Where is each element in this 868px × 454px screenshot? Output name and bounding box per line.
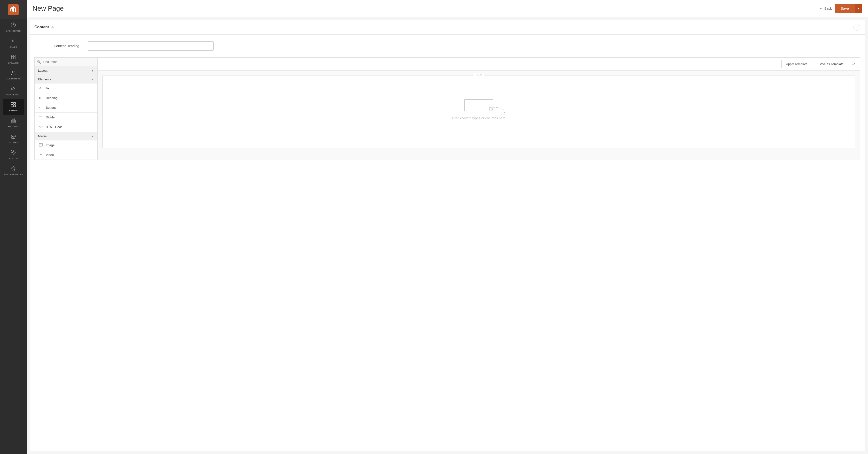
drop-hint-text: Drag content types or columns here (452, 116, 506, 120)
svg-text:H: H (39, 96, 41, 99)
sidebar-item-sales[interactable]: $ SALES (3, 35, 24, 51)
sidebar-item-catalog[interactable]: CATALOG (3, 51, 24, 67)
apply-template-button[interactable]: Apply Template (781, 60, 812, 68)
panel-section-media: Media ▲ Image Video (35, 132, 97, 160)
panel-sections: Layout ▼Elements ▲A TextH Heading Button… (35, 66, 97, 160)
svg-rect-3 (11, 55, 13, 57)
find-items-input[interactable] (43, 60, 95, 64)
panel-item-label: Text (46, 87, 52, 90)
content-heading-label: Content Heading (54, 44, 83, 48)
text-icon: A (38, 86, 43, 91)
fullscreen-button[interactable]: ⤢ (850, 61, 857, 67)
sidebar-item-label: MARKETING (6, 94, 20, 96)
panel-item-buttons[interactable]: Buttons (35, 103, 97, 112)
content-heading-input[interactable] (88, 41, 214, 51)
panel-section-label: Elements (38, 77, 51, 81)
panel-item-divider[interactable]: Divider (35, 112, 97, 122)
image-icon (38, 143, 43, 148)
drag-arrow-icon (493, 106, 507, 116)
panel-section-header-media[interactable]: Media ▲ (35, 132, 97, 140)
page-builder-container: 🔍 Layout ▼Elements ▲A TextH Heading Butt… (34, 57, 860, 160)
sidebar-item-system[interactable]: SYSTEM (3, 147, 24, 163)
panel-item-heading[interactable]: H Heading (35, 93, 97, 103)
sidebar-item-label: STORES (8, 141, 18, 144)
save-dropdown-button[interactable]: ▾ (855, 4, 862, 13)
drop-area[interactable]: ☞ Drag content types or columns here (103, 76, 855, 143)
search-icon: 🔍 (37, 60, 41, 64)
sidebar-item-partners[interactable]: FIND PARTNERS (3, 163, 24, 179)
sidebar-item-marketing[interactable]: MARKETING (3, 83, 24, 99)
panel-item-text[interactable]: A Text (35, 84, 97, 93)
chevron-down-icon: ▼ (91, 69, 94, 72)
svg-text:$: $ (12, 39, 14, 43)
content-heading-row: Content Heading (30, 35, 865, 57)
top-header: New Page ← Back Save ▾ (27, 0, 868, 17)
sidebar-item-label: CUSTOMERS (6, 77, 21, 80)
section-title: Content (34, 25, 49, 29)
left-panel: 🔍 Layout ▼Elements ▲A TextH Heading Butt… (35, 58, 98, 160)
svg-rect-5 (11, 57, 13, 59)
heading-icon: H (38, 96, 43, 100)
panel-section-elements: Elements ▲A TextH Heading Buttons Divide… (35, 75, 97, 132)
svg-rect-26 (39, 143, 42, 146)
sidebar-item-stores[interactable]: STORES (3, 131, 24, 147)
panel-section-header-layout[interactable]: Layout ▼ (35, 66, 97, 75)
sidebar-item-label: CATALOG (8, 62, 19, 64)
svg-rect-4 (13, 55, 15, 57)
svg-rect-17 (13, 137, 14, 138)
catalog-icon (11, 54, 16, 61)
drag-element: ☞ (464, 99, 493, 111)
edit-icon[interactable]: ✏ (51, 25, 54, 29)
panel-item-html-code[interactable]: </> HTML Code (35, 122, 97, 132)
save-button[interactable]: Save (835, 4, 855, 13)
marketing-icon (11, 86, 16, 93)
collapse-button[interactable]: ⌃ (854, 24, 860, 31)
panel-item-image[interactable]: Image (35, 140, 97, 150)
partners-icon (11, 166, 16, 172)
row-container: ROW ☞ Drag content types or columns here (102, 75, 855, 148)
svg-marker-28 (40, 153, 42, 156)
sidebar-item-reports[interactable]: REPORTS (3, 115, 24, 131)
chevron-up-icon: ▲ (91, 135, 94, 138)
panel-item-label: Buttons (46, 106, 56, 109)
svg-text:A: A (39, 86, 41, 90)
svg-rect-10 (11, 105, 13, 107)
svg-rect-12 (11, 120, 12, 123)
panel-item-label: HTML Code (46, 125, 63, 129)
svg-point-7 (12, 71, 14, 73)
row-label: ROW (473, 73, 484, 76)
save-as-template-button[interactable]: Save as Template (814, 60, 848, 68)
sidebar-item-label: FIND PARTNERS (4, 173, 23, 176)
sidebar-item-customers[interactable]: CUSTOMERS (3, 67, 24, 83)
buttons-icon (38, 105, 43, 110)
svg-marker-19 (11, 166, 16, 170)
svg-rect-13 (12, 119, 13, 123)
svg-rect-11 (13, 105, 16, 107)
panel-item-label: Heading (46, 96, 57, 100)
section-title-group: Content ✏ (34, 25, 54, 29)
save-button-group: Save ▾ (835, 4, 862, 13)
panel-item-label: Divider (46, 116, 56, 119)
panel-item-video[interactable]: Video (35, 150, 97, 160)
system-icon (11, 150, 16, 156)
sidebar-item-content[interactable]: CONTENT (3, 99, 24, 115)
sidebar: DASHBOARD $ SALES CATALOG CUSTOMERS MARK… (0, 0, 27, 454)
sidebar-item-dashboard[interactable]: DASHBOARD (3, 20, 24, 35)
panel-section-label: Layout (38, 69, 48, 72)
sidebar-item-label: DASHBOARD (6, 30, 21, 32)
main-area: New Page ← Back Save ▾ Content ✏ ⌃ Conte… (27, 0, 868, 454)
sidebar-logo (0, 0, 27, 20)
content-wrapper: Content ✏ ⌃ Content Heading 🔍 Layout ▼El… (30, 20, 865, 451)
back-button[interactable]: ← Back (819, 6, 832, 10)
canvas-toolbar: Apply Template Save as Template ⤢ (98, 58, 860, 71)
svg-rect-8 (11, 102, 13, 104)
sidebar-item-label: REPORTS (8, 125, 19, 128)
panel-item-label: Image (46, 143, 55, 147)
stores-icon (11, 134, 16, 140)
svg-text:</>: </> (38, 125, 43, 128)
search-bar: 🔍 (35, 58, 97, 66)
panel-section-header-elements[interactable]: Elements ▲ (35, 75, 97, 84)
panel-section-layout: Layout ▼ (35, 66, 97, 75)
svg-rect-6 (13, 57, 15, 59)
section-header: Content ✏ ⌃ (30, 20, 865, 35)
